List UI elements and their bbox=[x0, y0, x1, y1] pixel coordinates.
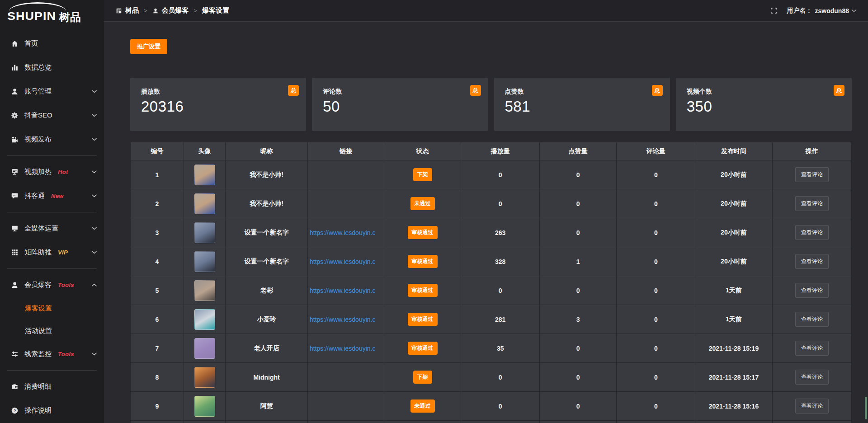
video-link[interactable]: https://www.iesdouyin.c bbox=[308, 258, 384, 265]
comment-count: 0 bbox=[654, 287, 658, 294]
stat-card-value: 581 bbox=[505, 98, 659, 115]
status-badge: 审核通过 bbox=[408, 226, 438, 239]
play-count: 0 bbox=[499, 200, 502, 207]
sidebar-divider bbox=[7, 370, 97, 371]
like-count: 0 bbox=[576, 229, 580, 236]
sidebar-item-tag: VIP bbox=[58, 249, 68, 256]
video-link[interactable]: https://www.iesdouyin.c bbox=[308, 345, 384, 352]
avatar bbox=[194, 338, 215, 359]
publish-time: 20小时前 bbox=[721, 258, 747, 265]
sidebar-subitem[interactable]: 爆客设置 bbox=[0, 297, 104, 320]
table-row: 6 小爱玲 https://www.iesdouyin.c 审核通过 281 3… bbox=[131, 305, 852, 334]
avatar bbox=[194, 222, 215, 243]
row-number: 5 bbox=[156, 287, 159, 294]
sidebar-item[interactable]: 数据总览 bbox=[0, 56, 104, 80]
column-header: 链接 bbox=[307, 142, 384, 160]
username-value: zswodun88 bbox=[815, 7, 849, 14]
column-header: 发布时间 bbox=[695, 142, 772, 160]
breadcrumb-label: 会员爆客 bbox=[162, 6, 189, 15]
status-badge: 下架 bbox=[413, 371, 432, 384]
sidebar-subitem[interactable]: 活动设置 bbox=[0, 320, 104, 342]
publish-time: 20小时前 bbox=[721, 229, 747, 236]
row-number: 8 bbox=[156, 374, 159, 381]
view-comments-button[interactable]: 查看评论 bbox=[795, 312, 829, 327]
table-row: 1 我不是小帅! 下架 0 0 0 20小时前 查看评论 bbox=[131, 160, 852, 189]
stat-card-label: 点赞数 bbox=[505, 88, 659, 96]
video-link[interactable]: https://www.iesdouyin.c bbox=[308, 316, 384, 323]
comment-count: 0 bbox=[654, 316, 658, 323]
total-badge: 总 bbox=[470, 85, 481, 96]
video-link[interactable]: https://www.iesdouyin.c bbox=[308, 287, 384, 294]
breadcrumb-item-section[interactable]: 会员爆客 bbox=[152, 6, 189, 15]
sidebar-item-label: 账号管理 bbox=[24, 87, 52, 96]
view-comments-button[interactable]: 查看评论 bbox=[795, 167, 829, 182]
username-menu[interactable]: 用户名：zswodun88 bbox=[787, 7, 856, 15]
view-comments-button[interactable]: 查看评论 bbox=[795, 254, 829, 269]
grid-photo-icon bbox=[116, 8, 122, 14]
sidebar-item-label: 线索监控 bbox=[24, 350, 52, 358]
home-icon bbox=[11, 40, 19, 47]
status-badge: 审核通过 bbox=[408, 284, 438, 297]
stat-card-value: 50 bbox=[323, 98, 477, 115]
sidebar-item[interactable]: 消费明细 bbox=[0, 375, 104, 399]
view-comments-button[interactable]: 查看评论 bbox=[795, 341, 829, 356]
bar-chart-icon bbox=[11, 64, 19, 71]
column-header: 昵称 bbox=[226, 142, 308, 160]
table-row: 9 阿慧 未通过 0 0 0 2021-11-28 15:16 查看评论 bbox=[131, 392, 852, 421]
column-header: 头像 bbox=[184, 142, 225, 160]
sidebar-item[interactable]: 矩阵助推VIP bbox=[0, 240, 104, 264]
sidebar-divider bbox=[7, 268, 97, 269]
sidebar-item[interactable]: 抖音SEO bbox=[0, 103, 104, 127]
promo-settings-button[interactable]: 推广设置 bbox=[130, 39, 167, 54]
sidebar-item[interactable]: 抖客通New bbox=[0, 184, 104, 208]
sidebar-item[interactable]: 视频加热Hot bbox=[0, 160, 104, 184]
publish-time: 20小时前 bbox=[721, 171, 747, 178]
total-badge: 总 bbox=[834, 85, 844, 96]
sliders-icon bbox=[11, 350, 19, 358]
sidebar-item[interactable]: 会员爆客Tools bbox=[0, 273, 104, 297]
video-link[interactable]: https://www.iesdouyin.c bbox=[308, 229, 384, 236]
view-comments-button[interactable]: 查看评论 bbox=[795, 370, 829, 385]
view-comments-button[interactable]: 查看评论 bbox=[795, 283, 829, 298]
comment-count: 0 bbox=[654, 403, 658, 410]
like-count: 0 bbox=[576, 200, 580, 207]
publish-time: 1天前 bbox=[726, 287, 742, 294]
sidebar-item[interactable]: 视频发布 bbox=[0, 127, 104, 151]
view-comments-button[interactable]: 查看评论 bbox=[795, 399, 829, 414]
avatar bbox=[194, 396, 215, 417]
videos-table: 编号头像昵称链接状态播放量点赞量评论量发布时间操作 1 我不是小帅! 下架 0 … bbox=[130, 142, 852, 423]
table-row bbox=[131, 421, 852, 423]
comment-count: 0 bbox=[654, 229, 658, 236]
sidebar-item[interactable]: 账号管理 bbox=[0, 80, 104, 103]
like-count: 0 bbox=[576, 287, 580, 294]
breadcrumb-item-home[interactable]: 树品 bbox=[116, 6, 139, 15]
sidebar-item[interactable]: 线索监控Tools bbox=[0, 342, 104, 366]
fullscreen-icon[interactable] bbox=[770, 7, 777, 14]
svg-text:?: ? bbox=[14, 409, 16, 413]
sidebar-item[interactable]: 首页 bbox=[0, 32, 104, 56]
sidebar-item-label: 操作说明 bbox=[24, 406, 52, 415]
sidebar-item-tag: Tools bbox=[58, 351, 74, 357]
sidebar-item-label: 抖音SEO bbox=[24, 111, 52, 120]
sidebar-item-label: 抖客通 bbox=[24, 192, 45, 200]
view-comments-button[interactable]: 查看评论 bbox=[795, 225, 829, 240]
video-camera-icon bbox=[11, 136, 19, 143]
breadcrumb-item-current: 爆客设置 bbox=[202, 6, 229, 15]
play-count: 281 bbox=[495, 316, 505, 323]
nickname: 我不是小帅! bbox=[250, 171, 283, 178]
avatar bbox=[194, 164, 215, 185]
column-header: 操作 bbox=[772, 142, 851, 160]
sidebar-item[interactable]: 全媒体运营 bbox=[0, 216, 104, 240]
scrollbar-thumb[interactable] bbox=[865, 397, 867, 419]
nickname: Midnight bbox=[253, 374, 279, 381]
sidebar-item-tag: Tools bbox=[58, 282, 74, 288]
play-count: 0 bbox=[499, 403, 502, 410]
sidebar-item-label: 视频加热 bbox=[24, 168, 52, 176]
play-count: 0 bbox=[499, 374, 502, 381]
avatar bbox=[194, 251, 215, 272]
view-comments-button[interactable]: 查看评论 bbox=[795, 196, 829, 211]
chevron-up-icon bbox=[92, 283, 97, 287]
sidebar-item[interactable]: ?操作说明 bbox=[0, 399, 104, 423]
sidebar-item-label: 会员爆客 bbox=[24, 281, 52, 289]
user-area: 用户名：zswodun88 bbox=[770, 7, 856, 15]
